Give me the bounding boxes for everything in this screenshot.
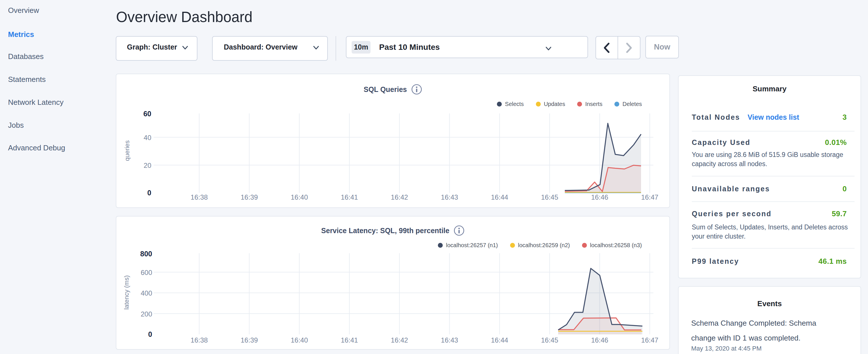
svg-text:400: 400 — [141, 289, 152, 297]
svg-text:16:41: 16:41 — [341, 193, 358, 201]
svg-text:16:40: 16:40 — [290, 336, 308, 344]
svg-text:16:46: 16:46 — [591, 336, 608, 344]
svg-text:60: 60 — [143, 110, 151, 118]
svg-text:16:45: 16:45 — [541, 336, 558, 344]
svg-text:16:43: 16:43 — [441, 336, 458, 344]
svg-text:200: 200 — [141, 310, 152, 318]
svg-text:800: 800 — [140, 250, 152, 258]
svg-text:16:39: 16:39 — [241, 193, 258, 201]
svg-text:16:38: 16:38 — [191, 193, 208, 201]
svg-text:0: 0 — [147, 189, 151, 197]
svg-text:0: 0 — [148, 330, 152, 338]
svg-text:16:44: 16:44 — [491, 193, 508, 201]
svg-text:16:41: 16:41 — [341, 336, 358, 344]
svg-text:16:40: 16:40 — [290, 193, 308, 201]
svg-text:20: 20 — [144, 162, 151, 169]
svg-text:16:38: 16:38 — [191, 336, 208, 344]
svg-text:16:39: 16:39 — [241, 336, 258, 344]
svg-text:16:43: 16:43 — [441, 193, 458, 201]
svg-text:40: 40 — [144, 134, 151, 141]
svg-text:16:47: 16:47 — [641, 336, 658, 344]
svg-text:queries: queries — [124, 140, 131, 161]
svg-text:16:42: 16:42 — [391, 336, 408, 344]
svg-text:16:44: 16:44 — [491, 336, 508, 344]
svg-text:16:47: 16:47 — [641, 193, 658, 201]
svg-text:latency (ms): latency (ms) — [123, 275, 130, 310]
svg-text:16:46: 16:46 — [591, 193, 608, 201]
svg-text:600: 600 — [141, 269, 152, 277]
svg-text:16:45: 16:45 — [541, 193, 558, 201]
svg-text:16:42: 16:42 — [391, 193, 408, 201]
